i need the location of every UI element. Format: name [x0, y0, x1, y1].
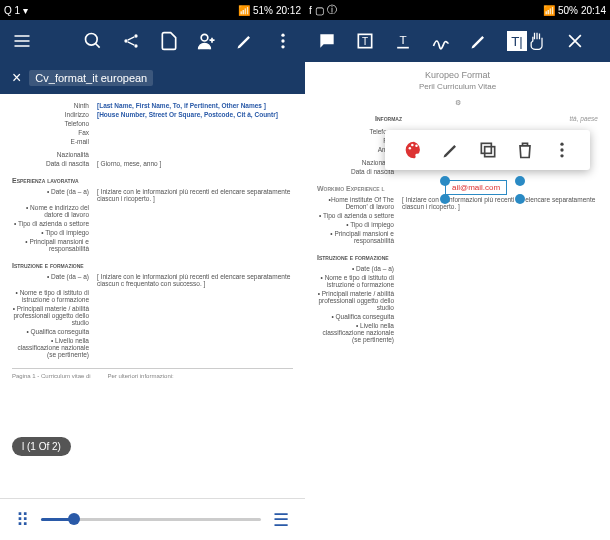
status-bar-r: f▢ⓘ 📶50%20:14 — [305, 0, 610, 20]
clock-r: 20:14 — [581, 5, 606, 16]
svg-point-1 — [124, 39, 127, 42]
edit-toolbar: T T T| — [305, 20, 610, 62]
main-toolbar — [0, 20, 305, 62]
mask-text: ttà, paese — [402, 115, 598, 126]
edit-popup-icon[interactable] — [441, 140, 461, 160]
selected-text-field[interactable]: ail@mail.com — [445, 180, 507, 195]
grid-view-icon[interactable]: ⠿ — [16, 509, 29, 531]
qual-label-r: • Qualifica conseguita — [317, 313, 402, 320]
info-icon: ⓘ — [327, 3, 337, 17]
text-box-icon[interactable]: T — [355, 31, 375, 51]
impiego-label-r: • Tipo di impiego — [317, 221, 402, 228]
search-icon[interactable] — [83, 31, 103, 51]
birth-field: [ Giorno, mese, anno ] — [97, 160, 293, 167]
close-icon[interactable] — [565, 31, 585, 51]
svg-text:T: T — [399, 33, 406, 46]
tab-strip: × Cv_format_it european — [0, 62, 305, 94]
edu-date-r: • Date (da – a) — [317, 265, 402, 272]
svg-point-0 — [86, 34, 98, 46]
personal-head: Ninth — [12, 102, 97, 109]
home-inst: •Home institute Of The Demon' di lavoro — [317, 196, 402, 210]
svg-point-15 — [408, 147, 411, 150]
impiego-label: • Tipo di impiego — [12, 229, 97, 236]
wifi-icon-r: 📶 — [543, 5, 555, 16]
qual-label: • Qualifica conseguita — [12, 328, 97, 335]
edu-heading: Istruzione e formazione — [12, 262, 293, 269]
selection-handle[interactable] — [440, 194, 450, 204]
mat-label-r: • Principali materie / abilità professio… — [317, 290, 402, 311]
palette-icon[interactable] — [404, 140, 424, 160]
battery-pct: 51% — [253, 5, 273, 16]
email-label: E-mail — [12, 138, 97, 145]
svg-point-21 — [560, 148, 563, 151]
svg-text:T: T — [362, 36, 368, 47]
comment-icon[interactable] — [317, 31, 337, 51]
svg-rect-18 — [484, 147, 494, 157]
underline-icon[interactable]: T — [393, 31, 413, 51]
liv-label: • Livello nella classificazione nazional… — [12, 337, 97, 358]
wifi-icon: ▾ — [23, 5, 28, 16]
doc-flag: ⚙ — [317, 99, 598, 107]
more-icon-r[interactable] — [603, 31, 610, 51]
tab-label[interactable]: Cv_format_it european — [29, 70, 153, 86]
context-popup — [385, 130, 590, 170]
edu-desc: [ Iniziare con le informazioni più recen… — [97, 273, 293, 287]
page-indicator: l (1 Of 2) — [12, 437, 71, 456]
addr-label: Indirizzo — [12, 111, 97, 118]
document-area[interactable]: Ninth[Last Name, First Name, To, if Pert… — [0, 94, 305, 498]
svg-point-17 — [415, 145, 418, 148]
pen-icon[interactable] — [469, 31, 489, 51]
page-slider[interactable] — [41, 518, 261, 521]
svg-point-6 — [281, 39, 284, 42]
menu-icon[interactable] — [12, 31, 32, 51]
edu-date-label: • Date (da – a) — [12, 273, 97, 287]
svg-point-22 — [560, 154, 563, 157]
ist-label-r: • Nome e tipo di istituto di istruzione … — [317, 274, 402, 288]
bottom-bar: ⠿ ☰ — [0, 498, 305, 540]
date-label: • Date (da – a) — [12, 188, 97, 202]
mans-label-r: • Principali mansioni e responsabilità — [317, 230, 402, 244]
save-icon[interactable] — [159, 31, 179, 51]
more-popup-icon[interactable] — [552, 140, 572, 160]
mans-label: • Principali mansioni e responsabilità — [12, 238, 97, 252]
pan-icon[interactable] — [527, 31, 547, 51]
name-field: [Last Name, First Name, To, if Pertinent… — [97, 102, 293, 109]
copy-icon[interactable] — [478, 140, 498, 160]
info-heading: Informaz — [317, 115, 402, 122]
svg-point-7 — [281, 45, 284, 48]
share-icon[interactable] — [121, 31, 141, 51]
doc-title: Kuropeo Format — [317, 70, 598, 80]
addr-field: [House Number, Street Or Square, Postcod… — [97, 111, 293, 118]
battery-pct-r: 50% — [558, 5, 578, 16]
more-icon[interactable] — [273, 31, 293, 51]
tipo-label-r: • Tipo di azienda o settore — [317, 212, 402, 219]
svg-point-2 — [134, 34, 137, 37]
edu-heading-r: Istruzione e formazione — [317, 254, 598, 261]
status-bar: Q 1▾ 📶51%20:12 — [0, 0, 305, 20]
delete-icon[interactable] — [515, 140, 535, 160]
emp-label: • Nome e indirizzo del datore di lavoro — [12, 204, 97, 218]
fb-icon: f — [309, 5, 312, 16]
edit-icon[interactable] — [235, 31, 255, 51]
clock: 20:12 — [276, 5, 301, 16]
exp-desc: [ Iniziare con le informazioni più recen… — [97, 188, 293, 202]
svg-point-16 — [411, 144, 414, 147]
phone-right: f▢ⓘ 📶50%20:14 T T T| Kuropeo Format Peri… — [305, 0, 610, 540]
signature-icon[interactable] — [431, 31, 451, 51]
liv-label-r: • Livello nella classificazione nazional… — [317, 322, 402, 343]
selection-handle[interactable] — [515, 194, 525, 204]
tipo-label: • Tipo di azienda o settore — [12, 220, 97, 227]
close-tab-button[interactable]: × — [12, 69, 21, 87]
svg-point-20 — [560, 143, 563, 146]
signal-icon: 📶 — [238, 5, 250, 16]
doc-subtitle: Peril Curriculum Vitae — [317, 82, 598, 91]
selection-handle[interactable] — [515, 176, 525, 186]
selection-handle[interactable] — [440, 176, 450, 186]
tel-label: Telefono — [12, 120, 97, 127]
add-user-icon[interactable] — [197, 31, 217, 51]
text-cursor-icon[interactable]: T| — [507, 31, 527, 51]
svg-point-3 — [134, 44, 137, 47]
svg-text:T|: T| — [511, 34, 523, 49]
svg-rect-19 — [481, 143, 491, 153]
list-view-icon[interactable]: ☰ — [273, 509, 289, 531]
